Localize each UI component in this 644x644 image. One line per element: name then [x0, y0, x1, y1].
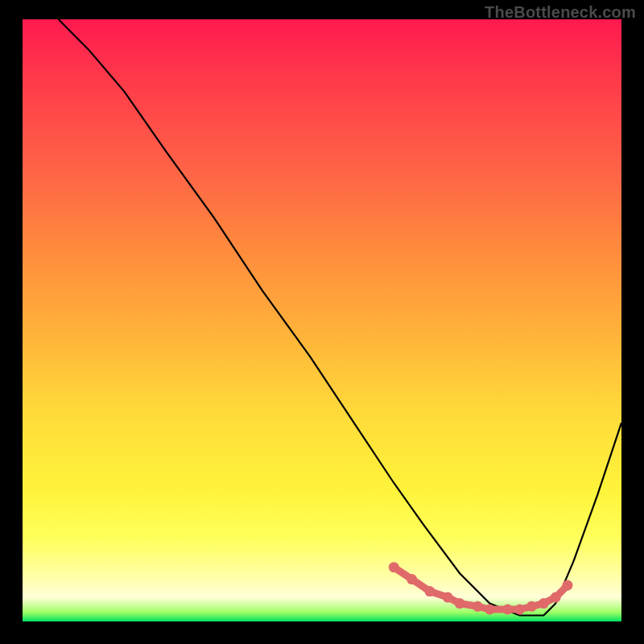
pink-dot [455, 598, 465, 609]
pink-dot [539, 598, 549, 609]
pink-dot [514, 605, 525, 615]
chart-frame [23, 19, 621, 621]
pink-dot [485, 605, 495, 615]
pink-dot [502, 605, 513, 615]
pink-dot [389, 562, 399, 572]
pink-dot [407, 574, 417, 584]
pink-dot [424, 586, 435, 597]
pink-dot [473, 601, 483, 612]
pink-dot [526, 601, 537, 612]
pink-dot [443, 592, 453, 603]
pink-dots [389, 562, 573, 614]
chart-svg [23, 19, 621, 621]
pink-dot [551, 592, 561, 603]
black-curve [59, 19, 621, 616]
watermark-text: TheBottleneck.com [485, 3, 636, 22]
pink-dot [563, 580, 573, 591]
